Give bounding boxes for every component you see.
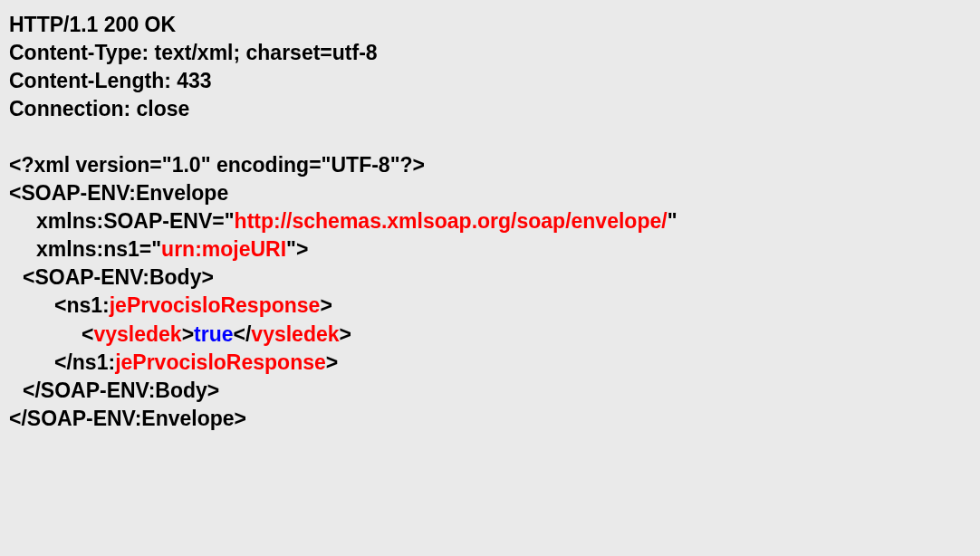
blank-line [9,123,971,151]
resp-open-suffix: > [320,293,331,317]
xmlns-env-value: http://schemas.xmlsoap.org/soap/envelope… [235,209,668,233]
result-open-close: > [182,322,194,346]
result-tag-open: vysledek [93,322,181,346]
resp-open-prefix: <ns1: [54,293,110,317]
resp-close-prefix: </ns1: [54,350,115,374]
soap-body-close: </SOAP-ENV:Body> [9,377,971,405]
ns1-response-close: </ns1:jePrvocisloResponse> [9,349,971,377]
result-close-end: > [340,322,351,346]
soap-envelope-open: <SOAP-ENV:Envelope [9,179,971,207]
result-value: true [194,322,233,346]
resp-open-name: jePrvocisloResponse [110,293,321,317]
resp-close-suffix: > [326,350,338,374]
xmlns-ns1-suffix: "> [286,237,308,261]
resp-close-name: jePrvocisloResponse [115,350,326,374]
http-response-block: HTTP/1.1 200 OK Content-Type: text/xml; … [9,11,971,433]
xmlns-ns1-prefix: xmlns:ns1=" [36,237,161,261]
http-connection: Connection: close [9,95,971,123]
xmlns-ns1-value: urn:mojeURI [161,237,286,261]
xmlns-env-suffix: " [668,209,677,233]
vysledek-element: <vysledek>true</vysledek> [9,321,971,349]
http-content-type: Content-Type: text/xml; charset=utf-8 [9,39,971,67]
result-close-bracket: </ [234,322,252,346]
soap-envelope-close: </SOAP-ENV:Envelope> [9,405,971,433]
xml-declaration: <?xml version="1.0" encoding="UTF-8"?> [9,151,971,179]
ns1-response-open: <ns1:jePrvocisloResponse> [9,292,971,320]
result-open-bracket: < [82,322,93,346]
http-status-line: HTTP/1.1 200 OK [9,11,971,39]
http-content-length: Content-Length: 433 [9,67,971,95]
xmlns-env-prefix: xmlns:SOAP-ENV=" [36,209,235,233]
soap-body-open: <SOAP-ENV:Body> [9,264,971,292]
xmlns-ns1: xmlns:ns1="urn:mojeURI"> [9,235,971,264]
result-tag-close: vysledek [251,322,339,346]
xmlns-soap-env: xmlns:SOAP-ENV="http://schemas.xmlsoap.o… [9,207,971,235]
